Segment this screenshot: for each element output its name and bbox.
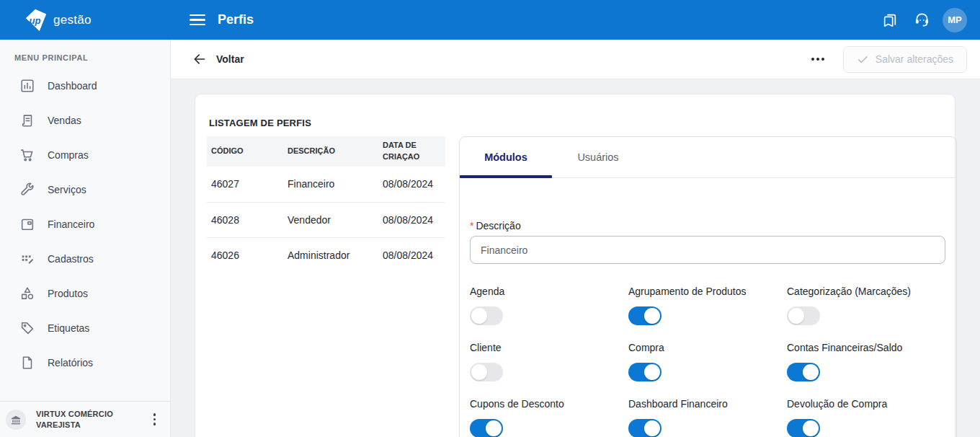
module-label: Cupons de Desconto: [470, 398, 628, 410]
sidebar-item-label: Compras: [48, 149, 89, 161]
sidebar-item-label: Cadastros: [48, 253, 94, 265]
tab-modulos[interactable]: Módulos: [460, 137, 552, 177]
cell-descricao: Administrador: [283, 250, 378, 261]
toggle-knob: [803, 420, 819, 436]
sidebar-item-vendas[interactable]: Vendas: [0, 103, 170, 138]
sidebar-item-financeiro[interactable]: Financeiro: [0, 207, 170, 242]
tab-usuarios[interactable]: Usuários: [552, 137, 644, 177]
module-label: Compra: [628, 342, 787, 353]
shopping-cart-icon: [19, 147, 35, 163]
toggle-knob: [471, 364, 487, 380]
organization-name: VIRTUX COMÉRCIO VAREJISTA: [36, 409, 126, 431]
module-toggle-cliente[interactable]: [470, 363, 503, 381]
module-toggle-devolucao-de-compra[interactable]: [787, 419, 820, 437]
svg-text:up: up: [29, 14, 40, 25]
sidebar-item-dashboard[interactable]: Dashboard: [0, 69, 170, 103]
bar-chart-icon: [19, 78, 35, 94]
bank-icon: [6, 410, 26, 430]
top-app-bar: up gestão Perfis: [0, 0, 980, 40]
toggle-knob: [471, 308, 487, 324]
module-cell: Compra: [628, 342, 787, 381]
module-toggle-contas-financeiras[interactable]: [787, 363, 820, 381]
check-icon: [857, 53, 869, 66]
toggle-knob: [803, 364, 819, 380]
cell-data: 08/08/2024: [378, 250, 445, 261]
document-icon: [19, 355, 35, 371]
main-panel: LISTAGEM DE PERFIS CÓDIGO DESCRIÇÃO DATA…: [171, 79, 980, 437]
toggle-knob: [644, 364, 660, 380]
kebab-menu-icon[interactable]: [148, 409, 162, 430]
hamburger-menu-icon[interactable]: [190, 14, 205, 26]
app-window: up gestão Perfis: [0, 0, 980, 437]
sidebar-item-etiquetas[interactable]: Etiquetas: [0, 311, 170, 345]
sidebar-item-produtos[interactable]: Produtos: [0, 276, 170, 311]
table-row[interactable]: 46027 Financeiro 08/08/2024: [207, 167, 445, 202]
brand-name: gestão: [53, 13, 92, 27]
tab-label: Usuários: [577, 151, 618, 163]
top-bar-main: Perfis MP: [171, 0, 980, 40]
cell-codigo: 46027: [207, 178, 283, 190]
sidebar-item-label: Financeiro: [48, 218, 94, 230]
up-logo-icon: up: [22, 6, 49, 34]
page-title: Perfis: [218, 12, 254, 27]
module-cell: Cliente: [470, 342, 628, 381]
back-arrow-icon: [192, 52, 207, 66]
profile-detail-panel: Módulos Usuários *Descrição: [459, 136, 957, 437]
description-input[interactable]: [470, 236, 945, 264]
module-cell: Dashboard Financeiro: [628, 398, 787, 437]
profiles-card: LISTAGEM DE PERFIS CÓDIGO DESCRIÇÃO DATA…: [195, 94, 956, 437]
list-title: LISTAGEM DE PERFIS: [209, 118, 943, 128]
brand-logo: up gestão: [0, 0, 171, 40]
wrench-icon: [19, 182, 35, 198]
column-header-data-criacao: DATA DE CRIAÇAO: [378, 136, 445, 167]
module-toggle-dashboard-financeiro[interactable]: [628, 419, 662, 437]
module-cell: Categorização (Marcações): [787, 286, 945, 325]
receipt-icon: [19, 112, 35, 128]
sidebar-item-cadastros[interactable]: Cadastros: [0, 242, 170, 276]
sidebar-item-relatorios[interactable]: Relatórios: [0, 345, 170, 380]
cell-data: 08/08/2024: [378, 214, 445, 226]
module-toggle-cupons-de-desconto[interactable]: [470, 419, 503, 437]
toggle-knob: [644, 308, 660, 324]
module-toggle-categorizacao[interactable]: [787, 306, 820, 325]
table-row[interactable]: 46028 Vendedor 08/08/2024: [207, 202, 445, 237]
dots-grid-icon: [19, 251, 35, 267]
wallet-icon: [19, 216, 35, 232]
toggle-knob: [486, 420, 502, 436]
support-agent-icon[interactable]: [908, 6, 935, 34]
module-cell: Cupons de Desconto: [470, 398, 628, 437]
user-avatar[interactable]: MP: [943, 8, 967, 32]
sidebar-item-servicos[interactable]: Serviços: [0, 172, 170, 207]
cell-codigo: 46026: [207, 250, 283, 261]
bookmarks-icon[interactable]: [876, 6, 904, 34]
modules-grid: Agenda Agrupamento de Produtos Categoriz…: [470, 286, 945, 437]
toggle-knob: [644, 420, 660, 436]
module-toggle-compra[interactable]: [628, 363, 662, 381]
cell-codigo: 46028: [207, 214, 283, 226]
sidebar-item-compras[interactable]: Compras: [0, 138, 170, 172]
profiles-table: CÓDIGO DESCRIÇÃO DATA DE CRIAÇAO 46027 F…: [207, 136, 445, 273]
sidebar-item-label: Vendas: [48, 115, 81, 126]
main-menu: Dashboard Vendas: [0, 69, 170, 380]
content-area: Voltar Salvar alterações LISTAGEM DE PER…: [171, 40, 980, 437]
module-label: Categorização (Marcações): [787, 286, 945, 297]
more-options-icon[interactable]: [804, 52, 832, 66]
save-button[interactable]: Salvar alterações: [843, 46, 967, 73]
shapes-icon: [19, 286, 35, 301]
tab-label: Módulos: [484, 151, 527, 163]
menu-section-label: MENU PRINCIPAL: [0, 40, 170, 62]
table-row[interactable]: 46026 Administrador 08/08/2024: [207, 237, 445, 273]
organization-switcher[interactable]: VIRTUX COMÉRCIO VAREJISTA: [0, 401, 170, 437]
back-button[interactable]: Voltar: [192, 52, 244, 66]
table-header-row: CÓDIGO DESCRIÇÃO DATA DE CRIAÇAO: [207, 136, 445, 167]
tag-icon: [19, 320, 35, 336]
cell-descricao: Vendedor: [283, 214, 378, 226]
tab-bar: Módulos Usuários: [460, 137, 956, 178]
module-label: Contas Financeiras/Saldo: [787, 342, 945, 353]
module-toggle-agenda[interactable]: [470, 306, 503, 325]
description-field-label: *Descrição: [470, 220, 945, 231]
module-label: Agrupamento de Produtos: [628, 286, 787, 297]
module-toggle-agrupamento-de-produtos[interactable]: [628, 306, 662, 325]
column-header-descricao: DESCRIÇÃO: [283, 136, 378, 167]
sidebar-item-label: Produtos: [48, 288, 88, 299]
